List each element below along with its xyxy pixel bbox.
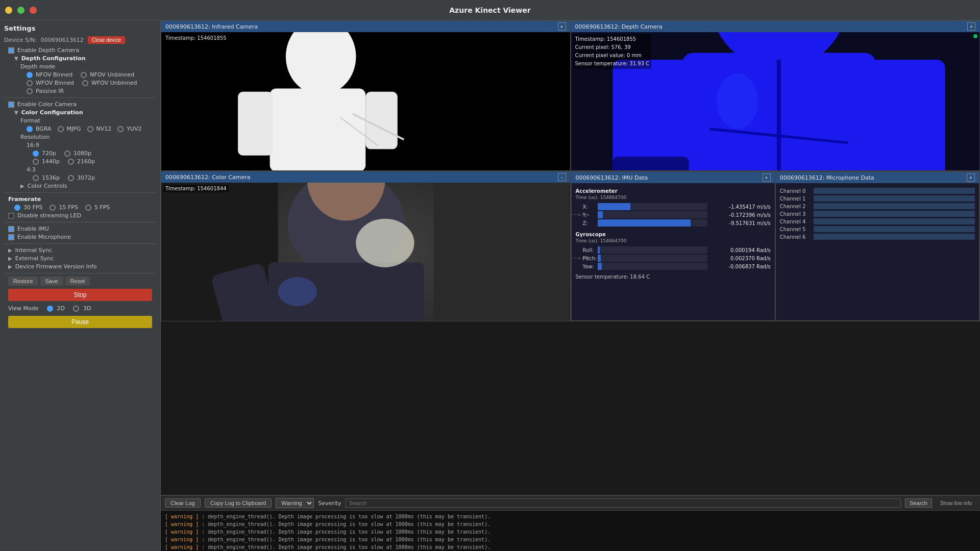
log-line-2: [ warning ] : depth_engine_thread(). Dep… — [165, 528, 976, 536]
clear-log-button[interactable]: Clear Log — [165, 498, 201, 508]
internal-sync-row[interactable]: ▶ Internal Sync — [4, 247, 156, 254]
ch0-label: Channel 0 — [780, 188, 811, 194]
framerate-options[interactable]: 30 FPS 15 FPS 5 FPS — [4, 204, 156, 211]
color-config-arrow[interactable]: ▼ — [14, 110, 18, 115]
close-button[interactable] — [30, 7, 37, 14]
radio-yuv2[interactable] — [117, 126, 124, 132]
mic-checkbox[interactable] — [8, 234, 14, 240]
color-checkbox[interactable] — [8, 102, 14, 108]
external-sync-arrow[interactable]: ▶ — [8, 256, 12, 261]
radio-wfov-binned[interactable] — [27, 80, 33, 86]
imu-body: Accelerometer Time (us): 154664700 Scale… — [572, 183, 775, 320]
depth-mode-label-row: Depth mode — [4, 63, 156, 70]
severity-select[interactable]: Warning Error Info — [276, 498, 314, 508]
radio-3072p[interactable] — [68, 175, 74, 181]
color-camera-title: 000690613612: Color Camera — [165, 174, 251, 181]
label-5fps: 5 FPS — [94, 204, 110, 211]
maximize-button[interactable] — [17, 7, 24, 14]
radio-720p[interactable] — [33, 151, 39, 157]
radio-30fps[interactable] — [14, 205, 20, 211]
firmware-info-arrow[interactable]: ▶ — [8, 264, 12, 269]
radio-passive-ir[interactable] — [27, 88, 33, 94]
disable-led-row[interactable]: Disable streaming LED — [4, 212, 156, 219]
enable-depth-row[interactable]: Enable Depth Camera — [4, 47, 156, 54]
copy-log-button[interactable]: Copy Log to Clipboard — [205, 498, 272, 508]
mic-channel-1: Channel 1 — [780, 195, 975, 202]
ch5-bar — [814, 226, 975, 232]
ch5-label: Channel 5 — [780, 227, 811, 232]
res-43-options[interactable]: 1536p 3072p — [4, 174, 156, 181]
imu-expand-button[interactable]: + — [763, 173, 771, 182]
label-2d: 2D — [57, 305, 65, 312]
radio-wfov-unbinned[interactable] — [82, 80, 88, 86]
external-sync-row[interactable]: ▶ External Sync — [4, 255, 156, 262]
accel-z-bar — [598, 219, 707, 227]
color-camera-image — [161, 183, 570, 321]
label-yuv2: YUV2 — [127, 126, 141, 132]
color-camera-header: 000690613612: Color Camera - — [161, 171, 570, 183]
svg-point-25 — [278, 277, 317, 306]
ch1-label: Channel 1 — [780, 196, 811, 202]
mic-expand-button[interactable]: + — [967, 173, 975, 182]
close-device-button[interactable]: Close device — [88, 36, 125, 44]
imu-checkbox[interactable] — [8, 226, 14, 232]
firmware-info-row[interactable]: ▶ Device Firmware Version Info — [4, 263, 156, 270]
color-expand-button[interactable]: - — [558, 173, 566, 181]
depth-expand-button[interactable]: + — [967, 22, 975, 31]
radio-1440p[interactable] — [33, 159, 39, 165]
camera-grid: 000690613612: Infrared Camera + Timestam… — [161, 20, 980, 495]
stop-button[interactable]: Stop — [8, 289, 152, 301]
radio-bgra[interactable] — [27, 126, 33, 132]
radio-nv12[interactable] — [87, 126, 93, 132]
enable-color-row[interactable]: Enable Color Camera — [4, 101, 156, 108]
radio-1080p[interactable] — [64, 151, 70, 157]
log-search-button[interactable]: Search — [905, 498, 932, 508]
ch2-label: Channel 2 — [780, 204, 811, 209]
format-options[interactable]: BGRA MJPG NV12 YUV2 — [4, 126, 156, 132]
radio-5fps[interactable] — [85, 205, 91, 211]
reset-button[interactable]: Reset — [65, 277, 90, 286]
mic-channel-4: Channel 4 — [780, 218, 975, 224]
action-buttons: Restore Save Reset — [8, 277, 152, 286]
internal-sync-arrow[interactable]: ▶ — [8, 247, 12, 253]
radio-nfov-unbinned[interactable] — [81, 72, 87, 78]
ir-expand-button[interactable]: + — [558, 22, 566, 31]
mic-channel-6: Channel 6 — [780, 234, 975, 240]
pause-button[interactable]: Pause — [8, 316, 152, 328]
radio-mjpg[interactable] — [58, 126, 64, 132]
depth-mode-wfov[interactable]: WFOV Binned WFOV Unbinned — [4, 80, 156, 86]
radio-2160p[interactable] — [68, 159, 74, 165]
internal-sync-label: Internal Sync — [15, 247, 52, 254]
enable-mic-row[interactable]: Enable Microphone — [4, 234, 156, 240]
gyro-data: Scale Roll: 0.000194 Rad/s — [576, 245, 771, 271]
depth-config-arrow[interactable]: ▼ — [14, 56, 18, 61]
ratio-43: 4:3 — [27, 166, 36, 173]
color-controls-arrow[interactable]: ▶ — [20, 183, 24, 189]
radio-3d[interactable] — [73, 306, 79, 312]
res-169-options-1[interactable]: 720p 1080p — [4, 150, 156, 157]
radio-1536p[interactable] — [33, 175, 39, 181]
log-search-input[interactable] — [346, 498, 901, 508]
accel-x-label: X: — [583, 204, 596, 210]
radio-15fps[interactable] — [50, 205, 56, 211]
restore-button[interactable]: Restore — [8, 277, 38, 286]
depth-mode-nfov-binned[interactable]: NFOV Binned NFOV Unbinned — [4, 71, 156, 78]
color-config-header: ▼ Color Configuration — [4, 109, 156, 116]
radio-nfov-binned[interactable] — [27, 72, 33, 78]
minimize-button[interactable] — [5, 7, 12, 14]
res-169-options-2[interactable]: 1440p 2160p — [4, 158, 156, 165]
save-button[interactable]: Save — [40, 277, 63, 286]
accel-y-bar-fill — [598, 211, 603, 218]
mic-body: Channel 0 Channel 1 Channel 2 Chann — [776, 183, 979, 320]
enable-imu-row[interactable]: Enable IMU — [4, 226, 156, 232]
mic-channel-0: Channel 0 — [780, 188, 975, 194]
radio-2d[interactable] — [47, 306, 53, 312]
depth-checkbox[interactable] — [8, 47, 14, 54]
show-line-info-button[interactable]: Show line info — [936, 499, 976, 507]
disable-led-checkbox[interactable] — [8, 213, 14, 219]
label-3072p: 3072p — [77, 174, 95, 181]
depth-mode-passive[interactable]: Passive IR — [4, 88, 156, 94]
label-mjpg: MJPG — [67, 126, 81, 132]
log-line-0: [ warning ] : depth_engine_thread(). Dep… — [165, 513, 976, 520]
gyro-yaw-bar — [598, 263, 707, 270]
